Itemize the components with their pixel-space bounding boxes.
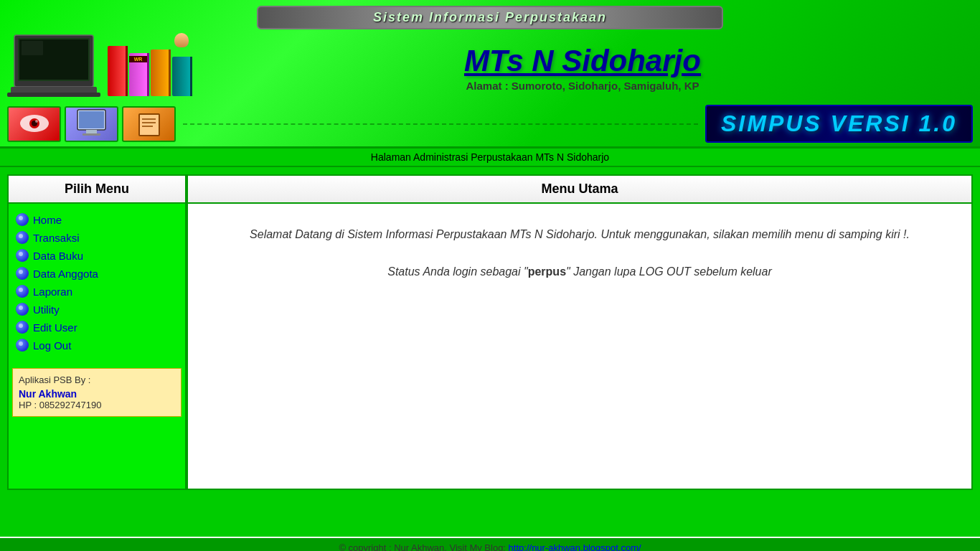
sidebar-label-log-out: Log Out	[33, 339, 71, 352]
sidebar-item-laporan[interactable]: Laporan	[12, 283, 182, 299]
book-orange	[151, 50, 171, 96]
svg-rect-12	[86, 130, 97, 133]
sidebar-info: Aplikasi PSB By : Nur Akhwan HP : 085292…	[12, 368, 182, 417]
nav-icons	[7, 106, 176, 142]
sidebar-title: Pilih Menu	[65, 182, 129, 196]
svg-rect-4	[7, 93, 100, 97]
footer-copyright: © copyright : Nur Akhwan. Visit My Blog:	[339, 542, 506, 551]
school-name: MTs N Sidoharjo	[192, 44, 973, 78]
header-main: WR MTs N Sidoharjo Alamat : Sumoroto, Si…	[7, 34, 973, 101]
sidebar-link-edit-user[interactable]: Edit User	[12, 319, 182, 335]
laptop-icon	[7, 34, 100, 98]
nav-icon-computer-button[interactable]	[65, 106, 118, 142]
sidebar-label-laporan: Laporan	[33, 286, 72, 298]
sidebar-label-edit-user: Edit User	[33, 321, 77, 334]
menu-icon-edit-user	[16, 321, 29, 334]
sidebar-label-utility: Utility	[33, 303, 60, 316]
admin-bar: Halaman Administrasi Perpustakaan MTs N …	[0, 149, 980, 167]
sidebar-item-utility[interactable]: Utility	[12, 301, 182, 317]
eye-icon	[9, 108, 60, 141]
footer-line: © copyright : Nur Akhwan. Visit My Blog:…	[0, 537, 980, 551]
books-graphic: WR	[108, 39, 192, 96]
sidebar-label-home: Home	[33, 214, 62, 226]
svg-rect-13	[83, 133, 100, 136]
footer-spacer	[0, 501, 980, 537]
book-red	[108, 46, 128, 96]
sidebar-item-data-anggota[interactable]: Data Anggota	[12, 265, 182, 281]
laptop-graphic	[7, 34, 100, 101]
menu-icon-transaksi	[16, 231, 29, 244]
dot-separator	[183, 123, 698, 125]
menu-icon-data-buku	[16, 249, 29, 262]
sidebar-link-home[interactable]: Home	[12, 212, 182, 227]
menu-icon-data-anggota	[16, 267, 29, 280]
content-body: Selamat Datang di Sistem Informasi Perpu…	[188, 204, 971, 300]
sidebar-link-data-anggota[interactable]: Data Anggota	[12, 265, 182, 281]
menu-icon-utility	[16, 303, 29, 316]
character-head	[174, 33, 189, 47]
footer-blog-link[interactable]: http://nur-akhwan.blogspot.com/	[509, 542, 641, 551]
status-text: Status Anda login sebagai "perpus" Janga…	[202, 265, 957, 278]
svg-rect-15	[140, 115, 159, 135]
header-center: MTs N Sidoharjo Alamat : Sumoroto, Sidoh…	[192, 44, 973, 92]
status-prefix: Status Anda login sebagai "	[387, 265, 527, 278]
header-left: WR	[7, 34, 192, 101]
content-title: Menu Utama	[541, 182, 618, 196]
menu-icon-home	[16, 213, 29, 226]
sidebar-label-transaksi: Transaksi	[33, 232, 79, 244]
dot-line	[183, 123, 698, 125]
svg-point-9	[35, 120, 38, 123]
content-header: Menu Utama	[188, 176, 971, 204]
header: Sistem Informasi Perpustakaan	[0, 0, 980, 149]
info-hp: HP : 085292747190	[19, 400, 175, 410]
simpus-version-text: SIMPUS VERSI 1.0	[721, 110, 957, 137]
sidebar-label-data-buku: Data Buku	[33, 250, 83, 262]
sidebar-link-utility[interactable]: Utility	[12, 301, 182, 317]
winrar-label: WR	[129, 56, 147, 62]
info-title: Aplikasi PSB By :	[19, 375, 175, 385]
menu-icon-log-out	[16, 339, 29, 352]
sidebar-menu: Home Transaksi Data Buku Data Anggota	[9, 204, 185, 361]
book-teal	[172, 57, 192, 96]
school-address: Alamat : Sumoroto, Sidoharjo, Samigaluh,…	[192, 80, 973, 92]
header-bottom: SIMPUS VERSI 1.0	[7, 105, 973, 146]
sidebar-item-edit-user[interactable]: Edit User	[12, 319, 182, 335]
welcome-text: Selamat Datang di Sistem Informasi Perpu…	[202, 225, 957, 244]
simpus-logo: SIMPUS VERSI 1.0	[705, 105, 973, 143]
nav-icon-book-button[interactable]	[122, 106, 176, 142]
svg-rect-11	[79, 111, 104, 128]
status-suffix: " Jangan lupa LOG OUT sebelum keluar	[566, 265, 772, 278]
sidebar-item-home[interactable]: Home	[12, 212, 182, 227]
sidebar-link-transaksi[interactable]: Transaksi	[12, 230, 182, 245]
footer-wrapper: © copyright : Nur Akhwan. Visit My Blog:…	[0, 497, 980, 551]
sidebar-label-data-anggota: Data Anggota	[33, 268, 98, 280]
main-wrapper: Pilih Menu Home Transaksi Data Buku	[0, 167, 980, 497]
system-title-bar: Sistem Informasi Perpustakaan	[257, 6, 723, 29]
status-username: perpus	[528, 265, 566, 278]
book-icon	[123, 108, 174, 141]
computer-icon	[66, 108, 117, 141]
menu-icon-laporan	[16, 285, 29, 298]
sidebar-item-log-out[interactable]: Log Out	[12, 337, 182, 353]
sidebar-link-log-out[interactable]: Log Out	[12, 337, 182, 353]
book-purple: WR	[129, 53, 149, 96]
sidebar-link-laporan[interactable]: Laporan	[12, 283, 182, 299]
sidebar: Pilih Menu Home Transaksi Data Buku	[7, 174, 187, 490]
sidebar-link-data-buku[interactable]: Data Buku	[12, 248, 182, 263]
svg-rect-5	[22, 41, 43, 55]
admin-bar-text: Halaman Administrasi Perpustakaan MTs N …	[371, 151, 609, 163]
info-name: Nur Akhwan	[19, 388, 175, 400]
sidebar-item-transaksi[interactable]: Transaksi	[12, 230, 182, 245]
sidebar-header: Pilih Menu	[9, 176, 185, 204]
content-area: Menu Utama Selamat Datang di Sistem Info…	[187, 174, 973, 490]
sidebar-item-data-buku[interactable]: Data Buku	[12, 248, 182, 263]
nav-icon-eye-button[interactable]	[7, 106, 61, 142]
system-title: Sistem Informasi Perpustakaan	[373, 10, 607, 24]
